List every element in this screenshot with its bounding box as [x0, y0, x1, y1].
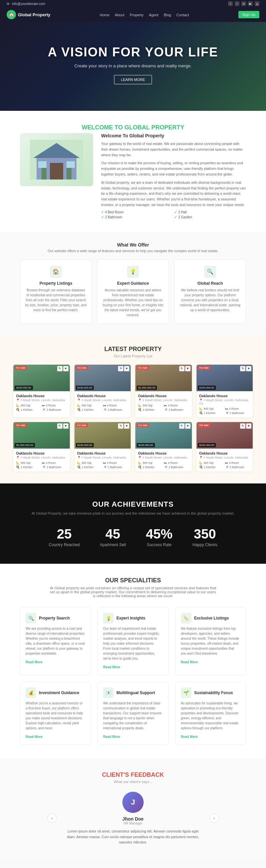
- svg-rect-5: [66, 161, 75, 168]
- spec-card-desc-4: We understand the importance of clear co…: [103, 701, 163, 731]
- topbar-social: f t in ▶ g: [228, 1, 259, 6]
- spec-card-title-4: Multilingual Support: [116, 690, 155, 695]
- prop-spec-room-2: 🛏4 Room: [164, 404, 189, 407]
- spec-card-title-1: Expert Insights: [116, 616, 145, 620]
- prop-spec-sqt-7: 📐900 Sqt: [199, 461, 224, 465]
- spec-card-desc-5: As advocates for sustainable living, we …: [181, 701, 240, 731]
- prop-heart-btn-2[interactable]: ♥: [185, 366, 190, 371]
- prop-edit-btn-1[interactable]: ✎: [118, 366, 123, 371]
- youtube-icon[interactable]: ▶: [248, 1, 253, 6]
- prop-badge-1: For Sale: [76, 366, 88, 370]
- svg-rect-4: [38, 161, 47, 168]
- spec-card-3: 💰 Investment Guidance Whether you're a s…: [20, 682, 91, 745]
- spec-icon-row-2: 🏷️ Exclusive Listings: [181, 613, 240, 623]
- linkedin-icon[interactable]: in: [241, 1, 246, 6]
- nav-contact[interactable]: Contact: [176, 13, 189, 17]
- nav-blog[interactable]: Blog: [164, 13, 171, 17]
- prop-heart-btn-6[interactable]: ♥: [185, 423, 190, 429]
- prop-spec-kitchen-1: 🍳1 Kitchen: [77, 408, 102, 411]
- offer-card-2: 🔍 Global Reach We believe real borders s…: [174, 259, 246, 324]
- offer-desc-0: Browse through our extensive database of…: [25, 288, 87, 313]
- prop-specs-4: 📐900 Sqt 🛏4 Room 🍳1 Kitchen 🚿2 Bathroom: [16, 461, 67, 469]
- prop-address-7: 📍 # Wyatt Street, Lincoln, Nebraska: [199, 456, 250, 459]
- property-card-4: For Sale $1,000,000.00 ✎ ♥ Oaklands Hous…: [13, 422, 70, 471]
- prop-heart-btn-3[interactable]: ♥: [246, 366, 251, 371]
- spec-grid: 🔍 Property Search We are providing acces…: [20, 607, 246, 745]
- spec-icon-row-3: 💰 Investment Guidance: [26, 687, 85, 698]
- spec-read-more-4[interactable]: Read More: [103, 735, 120, 739]
- spec-read-more-5[interactable]: Read More: [181, 735, 198, 739]
- prop-edit-btn-5[interactable]: ✎: [118, 423, 123, 429]
- spec-icon-3: 💰: [26, 687, 36, 698]
- prop-heart-btn-1[interactable]: ♥: [124, 366, 129, 371]
- welcome-image: [20, 133, 93, 186]
- prop-image-6: For Sale $100,000.00 ✎ ♥: [135, 422, 192, 448]
- prop-edit-btn-6[interactable]: ✎: [179, 423, 185, 429]
- prop-address-2: 📍 # Wyatt Street, Lincoln, Nebraska: [138, 399, 189, 402]
- nav-about[interactable]: About: [115, 13, 124, 17]
- prop-heart-btn-5[interactable]: ♥: [124, 423, 129, 429]
- facebook-icon[interactable]: f: [228, 1, 233, 6]
- prop-info-5: Oaklands House 📍 # Wyatt Street, Lincoln…: [75, 448, 131, 471]
- achievements-section: OUR ACHIEVEMENTS At Global Property, we …: [0, 484, 266, 564]
- prop-actions-1: ✎ ♥: [118, 366, 129, 371]
- prop-edit-btn-3[interactable]: ✎: [240, 366, 245, 371]
- prop-specs-7: 📐900 Sqt 🛏4 Room 🍳1 Kitchen 🚿2 Bathroom: [199, 461, 250, 469]
- spec-read-more-2[interactable]: Read More: [181, 660, 198, 664]
- google-icon[interactable]: g: [255, 1, 259, 6]
- house-illustration: [30, 140, 83, 180]
- prop-name-5: Oaklands House: [77, 451, 128, 455]
- spec-read-more-3[interactable]: Read More: [26, 735, 43, 739]
- prop-edit-btn-4[interactable]: ✎: [57, 423, 62, 429]
- welcome-desc3: At Global property, we are a team of ded…: [101, 180, 246, 208]
- prop-specs-5: 📐900 Sqt 🛏4 Room 🍳1 Kitchen 🚿2 Bathroom: [77, 461, 128, 469]
- prop-spec-room-3: 🛏4 Room: [225, 407, 250, 410]
- spec-card-title-2: Exclusive Listings: [194, 616, 229, 620]
- prop-spec-bath-2: 🚿2 Bathroom: [164, 408, 189, 411]
- prop-heart-btn-4[interactable]: ♥: [63, 423, 69, 429]
- spec-read-more-0[interactable]: Read More: [26, 660, 43, 664]
- spec-icon-row-1: 💡 Expert Insights: [103, 613, 163, 623]
- signup-button[interactable]: Sign Up: [238, 11, 259, 18]
- agents-section: OUR AGENT Our 364 professional Agent 👩 A…: [0, 858, 266, 868]
- prop-edit-btn-2[interactable]: ✎: [179, 366, 185, 371]
- hero-title: A VISION FOR YOUR LIFE: [48, 45, 218, 59]
- nav-agent[interactable]: Agent: [149, 13, 159, 17]
- carousel-prev-button[interactable]: ‹: [47, 814, 56, 823]
- property-grid: For Sale $100,000.00 ✎ ♥ Oaklands House …: [13, 365, 253, 471]
- prop-spec-sqt-1: 📐900 Sqt: [77, 404, 102, 407]
- prop-edit-btn-0[interactable]: ✎: [57, 366, 62, 371]
- spec-title: OUR SPECIALITIES: [20, 577, 246, 584]
- prop-spec-sqt-3: 📐900 Sqt: [199, 407, 224, 410]
- prop-address-3: 📍 # Wyatt Street, Lincoln, Nebraska, US: [199, 399, 250, 405]
- prop-spec-sqt-6: 📐900 Sqt: [138, 461, 163, 465]
- property-card-1: For Sale $100,000.00 ✎ ♥ Oaklands House …: [75, 365, 131, 417]
- svg-rect-6: [42, 168, 47, 180]
- hero-cta-button[interactable]: LEARN MORE: [114, 75, 152, 84]
- prop-specs-6: 📐900 Sqt 🛏4 Room 🍳1 Kitchen 🚿2 Bathroom: [138, 461, 189, 469]
- carousel-next-button[interactable]: ›: [210, 814, 219, 823]
- prop-heart-btn-0[interactable]: ♥: [63, 366, 69, 371]
- welcome-text: Welcome To Global Property Your gateway …: [101, 133, 246, 219]
- nav-home[interactable]: Home: [100, 13, 109, 17]
- spec-card-2: 🏷️ Exclusive Listings We feature exclusi…: [175, 607, 246, 675]
- prop-spec-kitchen-5: 🍳1 Kitchen: [77, 466, 102, 469]
- prop-spec-kitchen-0: 🍳1 Kitchen: [16, 408, 41, 411]
- spec-icon-1: 💡: [103, 613, 114, 623]
- spec-icon-2: 🏷️: [181, 613, 191, 623]
- ach-num-2: 45%: [146, 527, 172, 540]
- offer-desc-2: We believe real borders should not limit…: [179, 288, 241, 313]
- nav-links: Home About Property Agent Blog Contact: [100, 11, 189, 18]
- prop-heart-btn-7[interactable]: ♥: [246, 423, 251, 429]
- spec-read-more-1[interactable]: Read More: [103, 665, 120, 669]
- prop-specs-3: 📐900 Sqt 🛏4 Room 🍳1 Kitchen 🚿2 Bathroom: [199, 407, 250, 415]
- prop-edit-btn-7[interactable]: ✎: [240, 423, 245, 429]
- spec-icon-row-5: 🌱 Sustainability Focus: [181, 687, 240, 698]
- nav-property[interactable]: Property: [130, 13, 144, 17]
- twitter-icon[interactable]: t: [235, 1, 239, 6]
- prop-actions-6: ✎ ♥: [179, 423, 190, 429]
- prop-address-6: 📍 # Wyatt Street, Lincoln, Nebraska: [138, 456, 189, 459]
- ach-item-1: 45 Apartment Sell: [100, 527, 126, 547]
- prop-badge-7: For Sale: [198, 423, 211, 427]
- prop-info-6: Oaklands House 📍 # Wyatt Street, Lincoln…: [135, 448, 192, 471]
